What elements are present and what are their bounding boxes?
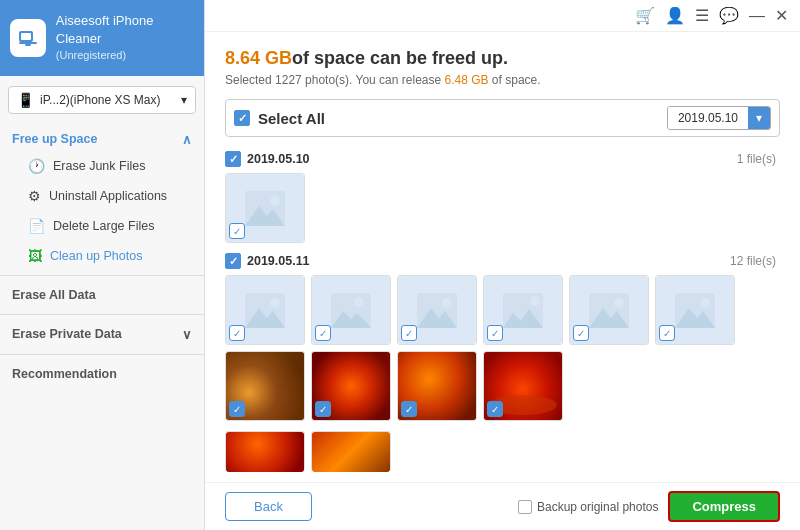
photo-thumb[interactable]: ✓ bbox=[311, 275, 391, 345]
compress-button[interactable]: Compress bbox=[668, 491, 780, 522]
main-content: 🛒 👤 ☰ 💬 — ✕ 8.64 GBof space can be freed… bbox=[205, 0, 800, 530]
settings-icon: ⚙ bbox=[28, 188, 41, 204]
group-2-checkbox[interactable]: ✓ bbox=[225, 253, 241, 269]
sidebar-item-label: Delete Large Files bbox=[53, 219, 154, 233]
svg-point-24 bbox=[700, 298, 710, 308]
photo-checkbox[interactable]: ✓ bbox=[229, 325, 245, 341]
photo-thumb-food-4[interactable]: ✓ bbox=[483, 351, 563, 421]
sidebar-item-label: Erase Junk Files bbox=[53, 159, 145, 173]
group-header-2: ✓ 2019.05.11 12 file(s) bbox=[225, 253, 776, 269]
close-icon[interactable]: ✕ bbox=[775, 6, 788, 25]
chevron-down-icon-private: ∨ bbox=[182, 327, 192, 342]
sidebar-item-erase-junk[interactable]: 🕐 Erase Junk Files bbox=[0, 151, 204, 181]
photo-checkbox[interactable]: ✓ bbox=[487, 401, 503, 417]
sidebar-section-recommendation[interactable]: Recommendation bbox=[0, 359, 204, 389]
photo-thumb[interactable]: ✓ bbox=[569, 275, 649, 345]
photo-checkbox[interactable]: ✓ bbox=[229, 223, 245, 239]
svg-point-12 bbox=[354, 297, 364, 307]
photos-scroll[interactable]: ✓ 2019.05.10 1 file(s) ✓ ✓ 2019.05.11 bbox=[225, 147, 780, 472]
bottom-bar: Back Backup original photos Compress bbox=[205, 482, 800, 530]
group-2-photos-row3 bbox=[225, 431, 776, 471]
subtitle-suffix: of space. bbox=[489, 73, 541, 87]
chevron-up-icon: ∧ bbox=[182, 132, 192, 147]
free-up-label: Free up Space bbox=[12, 132, 97, 146]
group-1-count: 1 file(s) bbox=[737, 152, 776, 166]
photo-thumb[interactable]: ✓ bbox=[225, 173, 305, 243]
photo-thumb-food-1[interactable]: ✓ bbox=[225, 351, 305, 421]
svg-rect-3 bbox=[25, 44, 31, 46]
erase-private-label: Erase Private Data bbox=[12, 327, 122, 341]
menu-icon[interactable]: ☰ bbox=[695, 6, 709, 25]
group-2-count: 12 file(s) bbox=[730, 254, 776, 268]
svg-point-18 bbox=[530, 296, 540, 306]
cart-icon[interactable]: 🛒 bbox=[635, 6, 655, 25]
subtitle-prefix: Selected 1227 photo(s). You can release bbox=[225, 73, 445, 87]
chat-icon[interactable]: 💬 bbox=[719, 6, 739, 25]
photo-thumb-partial-1[interactable] bbox=[225, 431, 305, 471]
photo-checkbox[interactable]: ✓ bbox=[659, 325, 675, 341]
sidebar-section-free-up[interactable]: Free up Space ∧ bbox=[0, 124, 204, 151]
photo-thumb-food-3[interactable]: ✓ bbox=[397, 351, 477, 421]
backup-label: Backup original photos bbox=[537, 500, 658, 514]
sidebar: Aiseesoft iPhone Cleaner (Unregistered) … bbox=[0, 0, 205, 530]
minimize-icon[interactable]: — bbox=[749, 7, 765, 25]
photo-icon: 🖼 bbox=[28, 248, 42, 264]
select-all-left: ✓ Select All bbox=[234, 110, 325, 127]
device-selector[interactable]: 📱 iP...2)(iPhone XS Max) ▾ bbox=[8, 86, 196, 114]
backup-checkbox[interactable] bbox=[518, 500, 532, 514]
photo-checkbox[interactable]: ✓ bbox=[315, 325, 331, 341]
sidebar-section-erase-private[interactable]: Erase Private Data ∨ bbox=[0, 319, 204, 350]
select-all-label: Select All bbox=[258, 110, 325, 127]
title-orange: 8.64 GB bbox=[225, 48, 292, 68]
app-name: Aiseesoft iPhone Cleaner bbox=[56, 12, 194, 48]
sidebar-item-uninstall[interactable]: ⚙ Uninstall Applications bbox=[0, 181, 204, 211]
group-title-2: ✓ 2019.05.11 bbox=[225, 253, 310, 269]
date-dropdown[interactable]: 2019.05.10 ▾ bbox=[667, 106, 771, 130]
sidebar-item-label: Clean up Photos bbox=[50, 249, 142, 263]
recommendation-label: Recommendation bbox=[12, 367, 117, 381]
group-1-photos: ✓ bbox=[225, 173, 776, 243]
photo-thumb-food-2[interactable]: ✓ bbox=[311, 351, 391, 421]
photo-checkbox[interactable]: ✓ bbox=[229, 401, 245, 417]
photo-checkbox[interactable]: ✓ bbox=[401, 401, 417, 417]
svg-rect-1 bbox=[21, 33, 31, 40]
divider-3 bbox=[0, 354, 204, 355]
main-title: 8.64 GBof space can be freed up. bbox=[225, 48, 780, 69]
photo-thumb[interactable]: ✓ bbox=[655, 275, 735, 345]
sidebar-item-delete-large[interactable]: 📄 Delete Large Files bbox=[0, 211, 204, 241]
svg-point-21 bbox=[614, 298, 624, 308]
photo-thumb-partial-2[interactable] bbox=[311, 431, 391, 471]
sidebar-item-clean-photos[interactable]: 🖼 Clean up Photos bbox=[0, 241, 204, 271]
title-bar: 🛒 👤 ☰ 💬 — ✕ bbox=[205, 0, 800, 32]
sidebar-item-label: Uninstall Applications bbox=[49, 189, 167, 203]
svg-rect-2 bbox=[19, 42, 37, 44]
backup-checkbox-row[interactable]: Backup original photos bbox=[518, 500, 658, 514]
photo-checkbox[interactable]: ✓ bbox=[487, 325, 503, 341]
group-2-photos: ✓ ✓ ✓ ✓ bbox=[225, 275, 776, 421]
photo-checkbox[interactable]: ✓ bbox=[401, 325, 417, 341]
divider-2 bbox=[0, 314, 204, 315]
photo-checkbox[interactable]: ✓ bbox=[315, 401, 331, 417]
photo-thumb[interactable]: ✓ bbox=[225, 275, 305, 345]
person-icon[interactable]: 👤 bbox=[665, 6, 685, 25]
bottom-right: Backup original photos Compress bbox=[518, 491, 780, 522]
svg-point-6 bbox=[270, 196, 280, 206]
content-area: 8.64 GBof space can be freed up. Selecte… bbox=[205, 32, 800, 482]
svg-point-9 bbox=[270, 298, 280, 308]
photo-checkbox[interactable]: ✓ bbox=[573, 325, 589, 341]
title-rest: of space can be freed up. bbox=[292, 48, 508, 68]
date-dropdown-arrow[interactable]: ▾ bbox=[748, 107, 770, 129]
phone-icon: 📱 bbox=[17, 92, 34, 108]
app-title-block: Aiseesoft iPhone Cleaner (Unregistered) bbox=[56, 12, 194, 64]
photo-thumb[interactable]: ✓ bbox=[483, 275, 563, 345]
group-1-checkbox[interactable]: ✓ bbox=[225, 151, 241, 167]
svg-point-15 bbox=[442, 298, 452, 308]
app-logo bbox=[10, 19, 46, 57]
back-button[interactable]: Back bbox=[225, 492, 312, 521]
select-all-row: ✓ Select All 2019.05.10 ▾ bbox=[225, 99, 780, 137]
group-title-1: ✓ 2019.05.10 bbox=[225, 151, 310, 167]
select-all-checkbox[interactable]: ✓ bbox=[234, 110, 250, 126]
device-label: iP...2)(iPhone XS Max) bbox=[40, 93, 161, 107]
sidebar-section-erase-all[interactable]: Erase All Data bbox=[0, 280, 204, 310]
photo-thumb[interactable]: ✓ bbox=[397, 275, 477, 345]
